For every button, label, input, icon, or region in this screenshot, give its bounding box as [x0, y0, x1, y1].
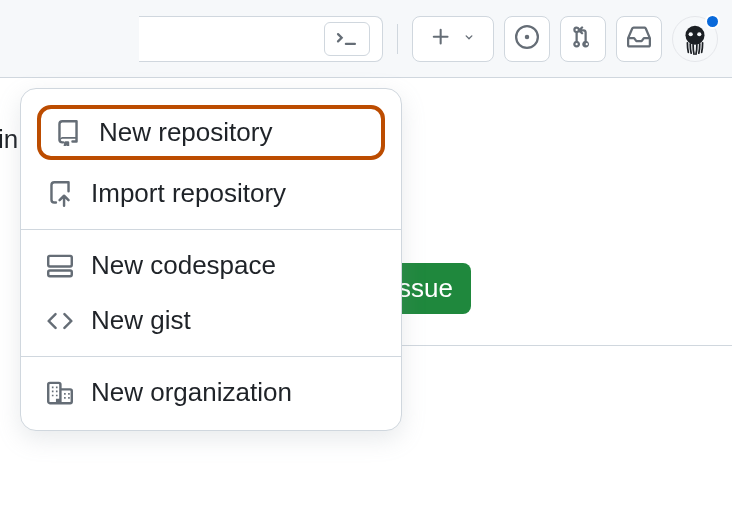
menu-item-new-codespace[interactable]: New codespace [21, 238, 401, 293]
chevron-down-icon [462, 30, 476, 48]
codespaces-icon [45, 251, 75, 281]
svg-point-3 [697, 32, 701, 36]
organization-icon [45, 378, 75, 408]
notifications-button[interactable] [616, 16, 662, 62]
menu-item-label: New repository [99, 117, 272, 148]
command-line-icon [324, 22, 370, 56]
menu-item-label: New gist [91, 305, 191, 336]
repo-push-icon [45, 179, 75, 209]
pull-requests-button[interactable] [560, 16, 606, 62]
git-pull-request-icon [571, 25, 595, 53]
svg-point-2 [689, 32, 693, 36]
repo-icon [53, 118, 83, 148]
code-icon [45, 306, 75, 336]
vertical-divider [397, 24, 398, 54]
command-palette-input[interactable] [139, 16, 383, 62]
issue-opened-icon [515, 25, 539, 53]
menu-item-label: New organization [91, 377, 292, 408]
user-avatar[interactable] [672, 16, 718, 62]
menu-item-import-repository[interactable]: Import repository [21, 166, 401, 221]
top-navigation-bar [0, 0, 732, 78]
create-new-dropdown: New repository Import repository New cod… [20, 88, 402, 431]
inbox-icon [627, 25, 651, 53]
menu-item-new-repository[interactable]: New repository [37, 105, 385, 160]
issues-button[interactable] [504, 16, 550, 62]
menu-item-label: New codespace [91, 250, 276, 281]
menu-separator [21, 356, 401, 357]
menu-item-new-organization[interactable]: New organization [21, 365, 401, 420]
menu-separator [21, 229, 401, 230]
menu-item-label: Import repository [91, 178, 286, 209]
menu-item-new-gist[interactable]: New gist [21, 293, 401, 348]
create-new-button[interactable] [412, 16, 494, 62]
svg-point-1 [686, 25, 705, 44]
notification-dot-icon [705, 14, 720, 29]
horizontal-divider [400, 345, 732, 346]
plus-icon [430, 26, 452, 52]
